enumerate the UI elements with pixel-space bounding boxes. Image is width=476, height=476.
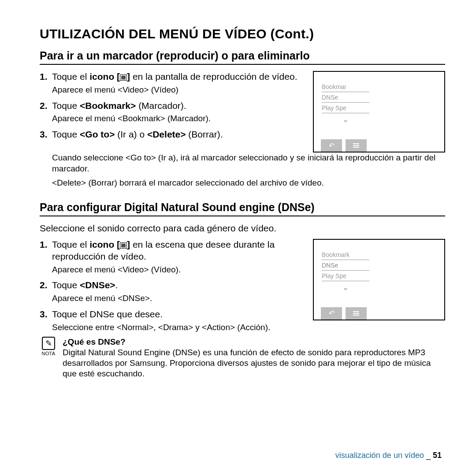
device-illustration: Bookmar DNSe Play Spe ⌄ ↶ — [313, 71, 445, 152]
text: Toque el — [52, 71, 89, 82]
text: <Go to> — [80, 129, 115, 139]
device-menu: Bookmar DNSe Play Spe ⌄ — [322, 82, 369, 124]
menu-item-bookmark: Bookmark — [322, 249, 369, 260]
device-menu: Bookmark DNSe Play Spe ⌄ — [322, 249, 369, 292]
text: <DNSe> — [80, 280, 115, 290]
step-3-sub2: <Delete> (Borrar) borrará el marcador se… — [52, 178, 445, 189]
chevron-down-icon: ⌄ — [322, 113, 369, 124]
note-label: NOTA — [42, 351, 56, 356]
step-number: 2. — [40, 279, 52, 291]
footer-sep: _ — [424, 451, 433, 460]
step-number: 3. — [40, 129, 52, 141]
note-block: ✎ NOTA ¿Qué es DNSe? Digital Natural Sou… — [40, 337, 445, 379]
page-title: UTILIZACIÓN DEL MENÚ DE VÍDEO (Cont.) — [40, 26, 445, 41]
menu-item-bookmark: Bookmar — [322, 82, 369, 92]
menu-icon — [346, 139, 367, 152]
page-number: 51 — [433, 451, 442, 460]
menu-item-playspeed: Play Spe — [322, 271, 369, 281]
menu-icon — [120, 242, 127, 249]
note-icon: ✎ — [42, 337, 55, 350]
step-3-sub1: Cuando seleccione <Go to> (Ir a), irá al… — [52, 152, 445, 174]
step-2: 2. Toque <Bookmark> (Marcador). — [40, 100, 302, 112]
text: (Marcador). — [136, 100, 186, 111]
text: Toque el — [52, 239, 89, 249]
chevron-down-icon: ⌄ — [322, 281, 369, 292]
text: (Ir a) o — [115, 129, 147, 139]
text: icono [ — [89, 71, 120, 82]
text: <Bookmark> — [80, 100, 136, 111]
section-bookmark: Para ir a un marcador (reproducir) o par… — [40, 49, 445, 189]
section-heading: Para conﬁgurar Digital Natural Sound eng… — [40, 201, 445, 216]
step-number: 3. — [40, 309, 52, 320]
text: Toque el DNSe que desee. — [52, 309, 302, 320]
menu-item-dnse: DNSe — [322, 260, 369, 271]
step-1-sub: Aparece el menú <Video> (Vídeo) — [52, 85, 302, 96]
text: icono [ — [89, 239, 120, 249]
step-1: 1. Toque el icono [] en la pantalla de r… — [40, 71, 302, 83]
text: . — [115, 280, 118, 290]
step-number: 2. — [40, 100, 52, 112]
step-number: 1. — [40, 239, 52, 263]
device-bottom-bar: ↶ — [314, 307, 444, 320]
note-question: ¿Qué es DNSe? — [63, 337, 445, 347]
text: <Delete> — [147, 129, 186, 139]
text: (Borrar). — [186, 129, 223, 139]
menu-item-playspeed: Play Spe — [322, 103, 369, 113]
device-illustration: Bookmark DNSe Play Spe ⌄ ↶ — [313, 239, 445, 320]
step-3: 3. Toque el DNSe que desee. — [40, 309, 302, 320]
back-icon: ↶ — [321, 307, 342, 320]
note-text: Digital Natural Sound Engine (DNSe) es u… — [63, 347, 445, 379]
menu-item-dnse: DNSe — [322, 92, 369, 103]
step-2-sub: Aparece el menú <DNSe>. — [52, 293, 302, 304]
text: en la pantalla de reproducción de vídeo. — [133, 71, 298, 82]
page-footer: visualización de un vídeo _ 51 — [335, 451, 442, 460]
menu-icon — [346, 307, 367, 320]
step-1-sub: Aparece el menú <Video> (Vídeo). — [52, 264, 302, 275]
section-heading: Para ir a un marcador (reproducir) o par… — [40, 49, 445, 65]
step-3-sub: Seleccione entre <Normal>, <Drama> y <Ac… — [52, 322, 445, 333]
footer-section: visualización de un vídeo — [335, 451, 424, 460]
text: ] — [127, 71, 133, 82]
step-2-sub: Aparece el menú <Bookmark> (Marcador). — [52, 113, 302, 124]
back-icon: ↶ — [321, 139, 342, 152]
intro-text: Seleccione el sonido correcto para cada … — [40, 223, 445, 234]
section-dnse: Para conﬁgurar Digital Natural Sound eng… — [40, 201, 445, 379]
step-1: 1. Toque el icono [] en la escena que de… — [40, 239, 302, 263]
device-bottom-bar: ↶ — [314, 139, 444, 152]
text: Toque — [52, 280, 80, 290]
text: Toque — [52, 129, 80, 139]
menu-icon — [120, 74, 127, 81]
step-2: 2. Toque <DNSe>. — [40, 279, 302, 291]
step-number: 1. — [40, 71, 52, 83]
text: Toque — [52, 100, 80, 111]
text: ] — [127, 239, 133, 249]
step-3: 3. Toque <Go to> (Ir a) o <Delete> (Borr… — [40, 129, 302, 141]
